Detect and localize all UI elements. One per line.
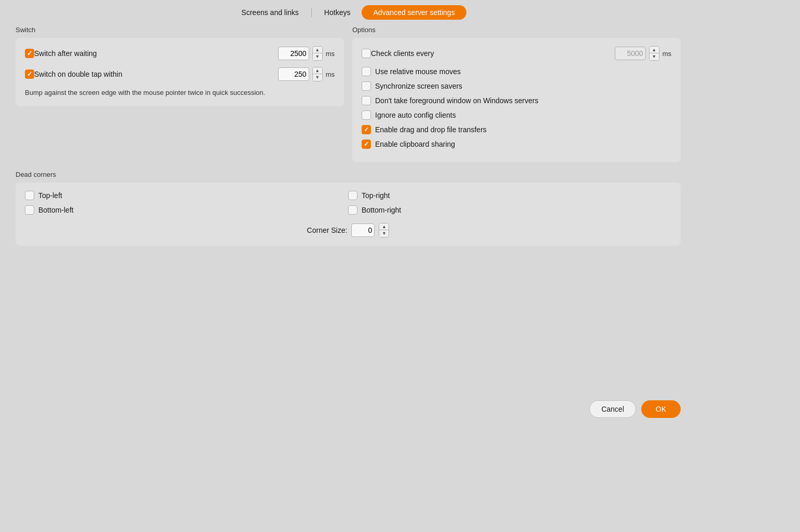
bottom-left-checkbox[interactable]: [25, 205, 34, 215]
enable-drag-drop-row: Enable drag and drop file transfers: [362, 125, 671, 134]
switch-after-waiting-up[interactable]: ▲: [313, 47, 322, 53]
dont-take-foreground-row: Don't take foreground window on Windows …: [362, 96, 671, 105]
sync-screensavers-checkbox[interactable]: [362, 81, 371, 91]
corner-size-up[interactable]: ▲: [379, 223, 389, 230]
dont-take-foreground-label: Don't take foreground window on Windows …: [375, 96, 539, 105]
top-left-label: Top-left: [38, 191, 62, 200]
check-clients-input[interactable]: [615, 47, 646, 60]
enable-drag-drop-label: Enable drag and drop file transfers: [375, 125, 487, 134]
cancel-button[interactable]: Cancel: [589, 400, 636, 418]
switch-panel: Switch after waiting ▲ ▼ ms Switch on do…: [16, 38, 344, 106]
check-clients-spinner: ▲ ▼ ms: [615, 46, 671, 61]
dead-corners-section: Dead corners Top-left Top-right Bottom-l…: [16, 171, 681, 246]
enable-clipboard-label: Enable clipboard sharing: [375, 140, 455, 148]
bottom-right-row: Bottom-right: [348, 205, 671, 215]
corner-size-down[interactable]: ▼: [379, 230, 389, 237]
tab-bar: Screens and links Hotkeys Advanced serve…: [0, 0, 696, 26]
ignore-auto-config-row: Ignore auto config clients: [362, 110, 671, 120]
bottom-right-checkbox[interactable]: [348, 205, 357, 215]
top-right-row: Top-right: [348, 191, 671, 200]
tab-advanced-server-settings[interactable]: Advanced server settings: [362, 5, 466, 20]
top-left-checkbox[interactable]: [25, 191, 34, 200]
corner-size-spinner-buttons: ▲ ▼: [379, 223, 389, 237]
options-section-label: Options: [352, 26, 681, 34]
switch-double-tap-label: Switch on double tap within: [34, 70, 278, 78]
top-right-label: Top-right: [362, 191, 390, 200]
relative-mouse-row: Use relative mouse moves: [362, 67, 671, 76]
corner-size-row: Corner Size: ▲ ▼: [25, 223, 671, 237]
switch-double-tap-unit: ms: [326, 71, 335, 78]
switch-section-label: Switch: [16, 26, 344, 34]
check-clients-label: Check clients every: [371, 49, 615, 58]
switch-after-waiting-unit: ms: [326, 50, 335, 58]
bottom-right-label: Bottom-right: [362, 206, 401, 214]
corner-size-label: Corner Size:: [307, 226, 348, 234]
check-clients-spinner-buttons: ▲ ▼: [649, 46, 659, 61]
switch-double-tap-down[interactable]: ▼: [313, 74, 322, 81]
switch-after-waiting-spinner-buttons: ▲ ▼: [312, 46, 323, 61]
switch-after-waiting-down[interactable]: ▼: [313, 53, 322, 60]
two-column-layout: Switch Switch after waiting ▲ ▼ ms: [16, 26, 681, 162]
switch-section: Switch Switch after waiting ▲ ▼ ms: [16, 26, 344, 162]
switch-after-waiting-checkbox[interactable]: [25, 49, 34, 58]
enable-clipboard-row: Enable clipboard sharing: [362, 139, 671, 149]
relative-mouse-label: Use relative mouse moves: [375, 67, 461, 76]
dont-take-foreground-checkbox[interactable]: [362, 96, 371, 105]
tab-separator: [311, 8, 312, 17]
bottom-bar: Cancel OK: [589, 400, 681, 418]
options-panel: Check clients every ▲ ▼ ms Use relative …: [352, 38, 681, 162]
switch-double-tap-input[interactable]: [278, 67, 309, 81]
check-clients-checkbox[interactable]: [362, 49, 371, 58]
enable-drag-drop-checkbox[interactable]: [362, 125, 371, 134]
switch-hint-text: Bump against the screen edge with the mo…: [25, 88, 335, 98]
ignore-auto-config-checkbox[interactable]: [362, 110, 371, 120]
corner-size-input[interactable]: [351, 223, 375, 237]
check-clients-row: Check clients every ▲ ▼ ms: [362, 46, 671, 61]
tab-hotkeys[interactable]: Hotkeys: [313, 5, 362, 20]
check-clients-up[interactable]: ▲: [650, 47, 659, 53]
bottom-left-label: Bottom-left: [38, 206, 74, 214]
dead-corners-label: Dead corners: [16, 171, 681, 178]
dead-corners-grid: Top-left Top-right Bottom-left Bottom-ri…: [25, 191, 671, 215]
sync-screensavers-row: Synchronize screen savers: [362, 81, 671, 91]
enable-clipboard-checkbox[interactable]: [362, 139, 371, 149]
dead-corners-panel: Top-left Top-right Bottom-left Bottom-ri…: [16, 183, 681, 246]
sync-screensavers-label: Synchronize screen savers: [375, 82, 462, 90]
tab-screens-and-links[interactable]: Screens and links: [230, 5, 310, 20]
bottom-left-row: Bottom-left: [25, 205, 348, 215]
switch-double-tap-checkbox[interactable]: [25, 69, 34, 79]
switch-double-tap-spinner-buttons: ▲ ▼: [312, 67, 323, 81]
switch-after-waiting-input[interactable]: [278, 47, 309, 60]
switch-double-tap-up[interactable]: ▲: [313, 67, 322, 74]
relative-mouse-checkbox[interactable]: [362, 67, 371, 76]
ignore-auto-config-label: Ignore auto config clients: [375, 111, 456, 119]
switch-after-waiting-spinner: ▲ ▼ ms: [278, 46, 335, 61]
ok-button[interactable]: OK: [641, 400, 681, 418]
switch-double-tap-spinner: ▲ ▼ ms: [278, 67, 335, 81]
options-section: Options Check clients every ▲ ▼ ms: [352, 26, 681, 162]
top-left-row: Top-left: [25, 191, 348, 200]
check-clients-unit: ms: [663, 50, 671, 58]
switch-after-waiting-label: Switch after waiting: [34, 49, 278, 58]
top-right-checkbox[interactable]: [348, 191, 357, 200]
main-content: Switch Switch after waiting ▲ ▼ ms: [0, 26, 696, 256]
check-clients-down[interactable]: ▼: [650, 53, 659, 60]
switch-double-tap-row: Switch on double tap within ▲ ▼ ms: [25, 67, 335, 81]
switch-after-waiting-row: Switch after waiting ▲ ▼ ms: [25, 46, 335, 61]
